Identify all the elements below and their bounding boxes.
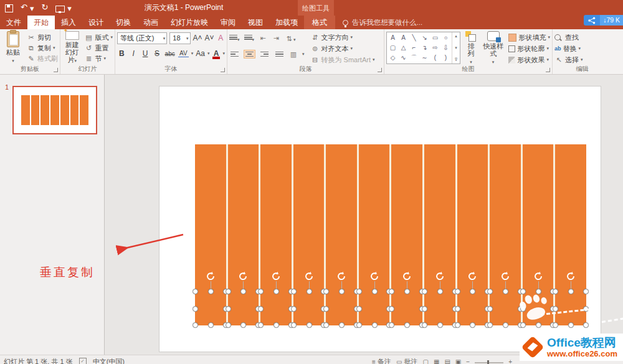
slideshow-view-icon[interactable]: ▣ (455, 356, 461, 364)
language-status[interactable]: 中文(中国) (93, 355, 125, 364)
align-text-button[interactable]: ⊜对齐文本▾ (311, 44, 375, 54)
rotate-handle-icon[interactable] (206, 271, 216, 281)
shape-oval[interactable]: ○ (440, 33, 451, 43)
tall-orange-bar[interactable] (293, 144, 325, 291)
network-speed-badge[interactable]: ↓79 K (584, 15, 623, 26)
slide-sorter-view-icon[interactable]: ▦ (434, 356, 439, 364)
columns-button[interactable]: ▥ (289, 50, 298, 58)
shape-effects-button[interactable]: 形状效果▾ (508, 55, 550, 65)
resize-handle[interactable] (520, 289, 526, 294)
resize-handle[interactable] (323, 322, 329, 328)
ribbon-tab-design[interactable]: 设计 (82, 16, 110, 29)
resize-handle[interactable] (226, 322, 231, 328)
selected-copy-rectangle[interactable] (457, 291, 488, 325)
shape-left-bracket[interactable]: ( (430, 53, 440, 63)
text-direction-button[interactable]: ⇵文字方向▾ (311, 32, 375, 42)
shape-elbow-arrow-connector[interactable]: ↴ (419, 43, 430, 53)
ribbon-tab-transitions[interactable]: 切换 (110, 16, 137, 29)
reset-button[interactable]: ↺重置 (84, 43, 113, 53)
resize-handle[interactable] (339, 322, 345, 328)
rotate-handle-icon[interactable] (369, 271, 379, 281)
resize-handle[interactable] (323, 306, 329, 312)
tall-orange-bar[interactable] (523, 144, 554, 291)
selected-copy-rectangle[interactable] (555, 291, 586, 325)
resize-handle[interactable] (389, 322, 394, 328)
selected-copy-rectangle[interactable] (228, 291, 259, 325)
shape-triangle[interactable]: △ (398, 43, 409, 53)
resize-handle[interactable] (226, 289, 231, 294)
resize-handle[interactable] (307, 322, 312, 328)
resize-handle[interactable] (422, 289, 427, 294)
bullets-button[interactable]: ▾ (229, 32, 240, 44)
resize-handle[interactable] (208, 289, 214, 294)
increase-indent-button[interactable]: ⇥ (272, 34, 280, 42)
zoom-slider[interactable] (475, 362, 503, 363)
comments-button[interactable]: ▭ 批注 (396, 355, 418, 364)
resize-handle[interactable] (356, 322, 362, 328)
selected-copy-rectangle[interactable] (359, 291, 390, 325)
strikethrough-button[interactable]: abc (164, 50, 176, 57)
resize-handle[interactable] (356, 306, 362, 312)
justify-button[interactable] (274, 50, 285, 58)
resize-handle[interactable] (193, 289, 198, 294)
resize-handle[interactable] (487, 289, 493, 294)
resize-handle[interactable] (226, 306, 231, 312)
zoom-in-button[interactable]: + (508, 356, 512, 364)
resize-handle[interactable] (258, 306, 264, 312)
resize-handle[interactable] (356, 289, 362, 294)
decrease-indent-button[interactable]: ⇤ (259, 34, 267, 42)
rotate-handle-icon[interactable] (533, 271, 543, 281)
resize-handle[interactable] (583, 322, 589, 328)
resize-handle[interactable] (487, 322, 493, 328)
resize-handle[interactable] (291, 306, 297, 312)
ribbon-tab-animations[interactable]: 动画 (137, 16, 164, 29)
selected-copy-rectangle[interactable] (195, 291, 226, 325)
resize-handle[interactable] (193, 306, 198, 312)
tall-orange-bar[interactable] (424, 144, 455, 291)
resize-handle[interactable] (553, 289, 558, 294)
rotate-handle-icon[interactable] (271, 271, 281, 281)
resize-handle[interactable] (372, 289, 378, 294)
align-center-button[interactable] (244, 50, 255, 58)
resize-handle[interactable] (273, 322, 279, 328)
shape-scribble[interactable]: ∿ (398, 53, 409, 63)
ribbon-tab-view[interactable]: 视图 (242, 16, 269, 29)
shape-vertical-text-box[interactable]: A (398, 33, 409, 43)
copy-button[interactable]: ⧉复制▾ (27, 43, 58, 53)
clear-formatting-button[interactable]: A (217, 34, 225, 42)
resize-handle[interactable] (208, 322, 214, 328)
select-button[interactable]: ↖选择▾ (554, 55, 610, 65)
resize-handle[interactable] (487, 306, 493, 312)
ribbon-tab-format[interactable]: 格式 (304, 16, 335, 29)
rotate-handle-icon[interactable] (566, 271, 576, 281)
resize-handle[interactable] (307, 289, 312, 294)
slide-1-thumbnail[interactable] (12, 86, 97, 134)
resize-handle[interactable] (258, 322, 264, 328)
resize-handle[interactable] (422, 306, 427, 312)
convert-smartart-button[interactable]: ⊟转换为 SmartArt▾ (311, 55, 375, 65)
resize-handle[interactable] (437, 289, 443, 294)
resize-handle[interactable] (291, 289, 297, 294)
resize-handle[interactable] (240, 322, 246, 328)
rotate-handle-icon[interactable] (435, 271, 445, 281)
resize-handle[interactable] (193, 322, 198, 328)
ribbon-tab-review[interactable]: 审阅 (214, 16, 242, 29)
tell-me-box[interactable]: 告诉我您想要做什么... (343, 16, 422, 29)
ribbon-tab-addins[interactable]: 加载项 (269, 16, 304, 29)
shape-horizontal-text-box[interactable]: A (388, 33, 398, 43)
tall-orange-bar[interactable] (326, 144, 357, 291)
resize-handle[interactable] (553, 322, 558, 328)
section-button[interactable]: ≣节▾ (84, 54, 113, 63)
resize-handle[interactable] (503, 289, 508, 294)
underline-button[interactable]: U (141, 49, 150, 58)
shape-rounded-rectangle[interactable]: ▢ (388, 43, 398, 53)
shape-gallery-scroll[interactable]: ▴▾⊽ (452, 32, 460, 63)
reading-view-icon[interactable]: ▤ (444, 356, 450, 364)
resize-handle[interactable] (455, 306, 460, 312)
resize-handle[interactable] (372, 322, 378, 328)
notes-button[interactable]: ≡ 备注 (372, 355, 391, 364)
selected-copy-rectangle[interactable] (490, 291, 521, 325)
tall-orange-bar[interactable] (228, 144, 259, 291)
rotate-handle-icon[interactable] (238, 271, 248, 281)
new-slide-button[interactable]: 新建幻灯片▾ (62, 31, 82, 65)
